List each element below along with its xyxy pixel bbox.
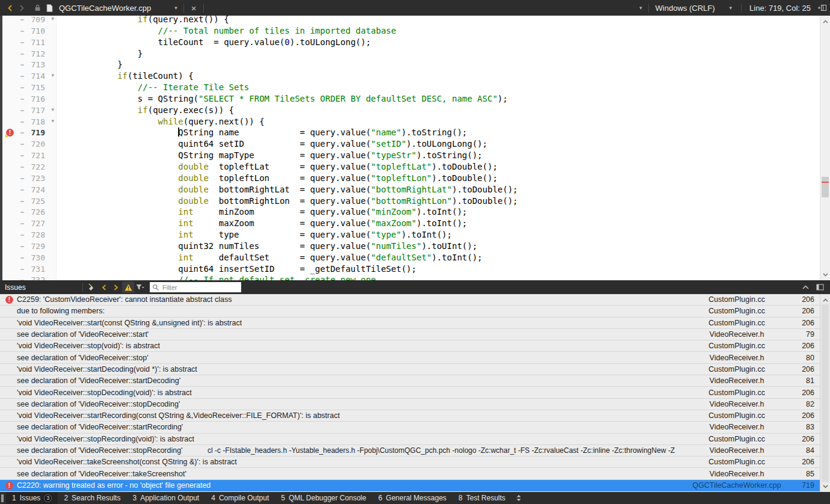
output-tab-general-messages[interactable]: 6General Messages (372, 492, 452, 504)
back-button[interactable] (4, 1, 16, 14)
issue-row[interactable]: 'void VideoReceiver::takeScreenshot(cons… (0, 456, 830, 468)
fold-marker-icon[interactable]: ▾ (51, 72, 54, 78)
code-line-731[interactable]: quint64 insertSetID = _getDefaultTileSet… (57, 263, 820, 275)
gutter-row[interactable]: 710 (2, 25, 56, 37)
gutter-row[interactable]: 727 (2, 218, 56, 229)
gutter-row[interactable]: 709▾ (2, 16, 56, 25)
code-line-723[interactable]: double topleftLon = query.value("topleft… (57, 173, 820, 184)
previous-issue-button[interactable] (98, 281, 110, 293)
code-line-732[interactable]: //-- If not default set, create new one (57, 274, 820, 280)
gutter-row[interactable]: 716 (2, 93, 56, 105)
gutter-row[interactable]: 732 (2, 274, 56, 280)
code-line-714[interactable]: if(tileCount) { (57, 70, 820, 82)
issue-row[interactable]: !C2259: 'CustomVideoReceiver': cannot in… (0, 294, 830, 306)
issue-row[interactable]: see declaration of 'VideoReceiver::start… (0, 422, 830, 433)
issue-row[interactable]: 'void VideoReceiver::stop(void)': is abs… (0, 340, 830, 352)
issue-row[interactable]: see declaration of 'VideoReceiver::start… (0, 375, 830, 387)
issues-scrollbar-thumb[interactable] (822, 304, 829, 482)
gutter-row[interactable]: 728 (2, 229, 56, 241)
code-line-716[interactable]: s = QString("SELECT * FROM TileSets ORDE… (57, 93, 820, 105)
issue-row[interactable]: see declaration of 'VideoReceiver::takeS… (0, 468, 830, 479)
open-file-tab[interactable]: QGCTileCacheWorker.cpp (59, 4, 151, 13)
issue-row[interactable]: 'void VideoReceiver::stopRecording(void)… (0, 434, 830, 445)
gutter-row[interactable]: 729 (2, 241, 56, 252)
code-line-717[interactable]: if(query.exec(s)) { (57, 105, 820, 116)
code-line-724[interactable]: double bottomRightLat = query.value("bot… (57, 184, 820, 195)
gutter-row[interactable]: !719 (2, 127, 56, 138)
output-tab-qml-debugger-console[interactable]: 5QML Debugger Console (275, 492, 372, 504)
gutter-row[interactable]: 713 (2, 59, 56, 70)
show-warnings-toggle[interactable] (122, 281, 134, 293)
gutter-row[interactable]: 715 (2, 82, 56, 93)
pane-updown-icon[interactable] (516, 494, 521, 502)
issues-scroll-up-arrow[interactable] (820, 295, 830, 304)
output-tab-compile-output[interactable]: 4Compile Output (205, 492, 275, 504)
sidebar-toggle-handle[interactable] (1, 494, 4, 502)
gutter-row[interactable]: 724 (2, 184, 56, 195)
issues-filter-input[interactable] (161, 283, 249, 292)
code-line-715[interactable]: //-- Iterate Tile Sets (57, 82, 820, 93)
code-line-720[interactable]: quint64 setID = query.value("setID").toU… (57, 138, 820, 150)
issue-row[interactable]: see declaration of 'VideoReceiver::start… (0, 329, 830, 340)
output-tab-issues[interactable]: 1Issues3 (6, 492, 58, 504)
clean-icon[interactable] (86, 281, 98, 293)
output-tab-application-output[interactable]: 3Application Output (126, 492, 205, 504)
gutter-row[interactable]: 711 (2, 37, 56, 48)
error-icon[interactable]: ! (6, 129, 14, 137)
issues-scrollbar[interactable] (820, 294, 830, 492)
gutter-row[interactable]: 712 (2, 48, 56, 60)
code-line-729[interactable]: quint32 numTiles = query.value("numTiles… (57, 241, 820, 252)
code-line-726[interactable]: int minZoom = query.value("minZoom").toI… (57, 206, 820, 218)
output-tab-search-results[interactable]: 2Search Results (58, 492, 126, 504)
gutter-row[interactable]: 718▾ (2, 116, 56, 128)
gutter-row[interactable]: 730 (2, 252, 56, 263)
issue-row[interactable]: see declaration of 'VideoReceiver::stop'… (0, 352, 830, 363)
panel-window-icon[interactable] (816, 284, 824, 290)
gutter-row[interactable]: 726 (2, 206, 56, 218)
editor-scrollbar[interactable] (820, 16, 830, 280)
code-line-711[interactable]: tileCount = query.value(0).toULongLong()… (57, 37, 820, 48)
maximize-pane-icon[interactable] (802, 285, 809, 289)
scroll-up-arrow[interactable] (820, 17, 830, 26)
editor-scrollbar-thumb[interactable] (822, 177, 829, 197)
fold-marker-icon[interactable]: ▾ (51, 106, 54, 112)
split-editor-button[interactable] (816, 1, 828, 14)
issue-row[interactable]: 'void VideoReceiver::start(const QString… (0, 318, 830, 329)
code-line-728[interactable]: int type = query.value("type").toInt(); (57, 229, 820, 241)
scroll-down-arrow[interactable] (820, 270, 830, 279)
code-area[interactable]: if(query.next()) { //-- Total number of … (57, 16, 820, 280)
code-line-730[interactable]: int defaultSet = query.value("defaultSet… (57, 252, 820, 263)
code-line-713[interactable]: } (57, 59, 820, 70)
issue-row[interactable]: 'void VideoReceiver::stopDecoding(void)'… (0, 387, 830, 398)
gutter-row[interactable]: 722 (2, 161, 56, 173)
issue-row[interactable]: 'void VideoReceiver::startDecoding(void … (0, 364, 830, 375)
code-line-721[interactable]: QString mapType = query.value("typeStr")… (57, 150, 820, 161)
code-line-719[interactable]: QString name = query.value("name").toStr… (57, 127, 820, 138)
code-line-725[interactable]: double bottomRightLon = query.value("bot… (57, 195, 820, 207)
code-line-727[interactable]: int maxZoom = query.value("maxZoom").toI… (57, 218, 820, 229)
gutter-row[interactable]: 717▾ (2, 105, 56, 116)
gutter-row[interactable]: 720 (2, 138, 56, 150)
line-ending-selector[interactable]: Windows (CRLF) ▾ (652, 4, 739, 13)
gutter-row[interactable]: 714▾ (2, 70, 56, 82)
output-tab-test-results[interactable]: 8Test Results (452, 492, 511, 504)
code-line-722[interactable]: double topleftLat = query.value("topleft… (57, 161, 820, 173)
gutter-row[interactable]: 725 (2, 195, 56, 207)
gutter-row[interactable]: 723 (2, 173, 56, 184)
code-line-710[interactable]: //-- Total number of tiles in imported d… (57, 25, 820, 37)
issue-row[interactable]: see declaration of 'VideoReceiver::stopD… (0, 399, 830, 410)
fold-marker-icon[interactable]: ▾ (51, 118, 54, 124)
code-line-712[interactable]: } (57, 48, 820, 60)
fold-marker-icon[interactable]: ▾ (51, 16, 54, 22)
close-document-button[interactable]: × (187, 4, 201, 13)
code-line-709[interactable]: if(query.next()) { (57, 16, 820, 25)
issue-row[interactable]: !C2220: warning treated as error - no 'o… (0, 480, 830, 491)
symbol-dropdown-caret[interactable]: ▾ (636, 5, 645, 11)
code-line-718[interactable]: while(query.next()) { (57, 116, 820, 128)
issue-row[interactable]: due to following members:CustomPlugin.cc… (0, 306, 830, 317)
filter-icon[interactable] (134, 281, 146, 293)
document-dropdown-caret[interactable]: ▾ (171, 5, 180, 11)
next-issue-button[interactable] (110, 281, 122, 293)
issues-scroll-down-arrow[interactable] (820, 482, 830, 491)
gutter-row[interactable]: 721 (2, 150, 56, 161)
